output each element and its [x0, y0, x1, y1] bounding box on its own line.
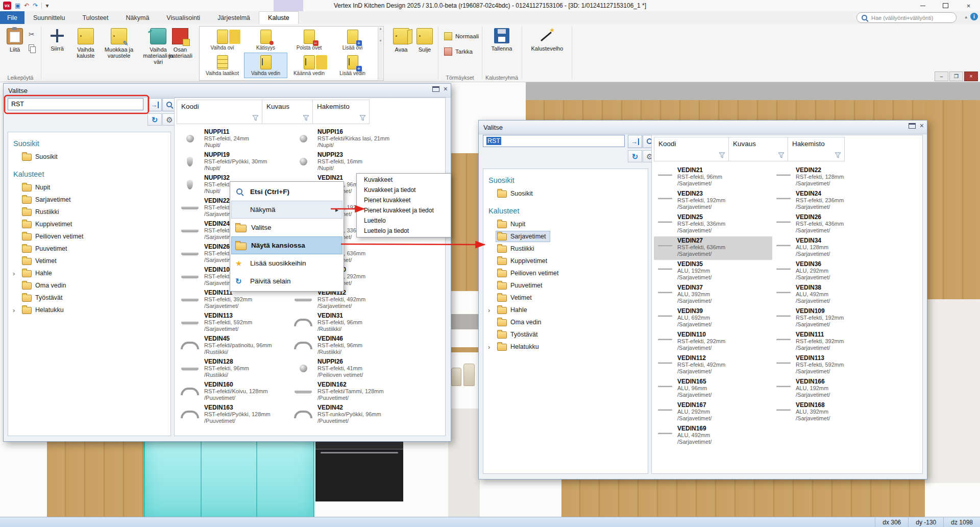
save-icon[interactable]: ▣ [15, 1, 20, 10]
folder-puuvetimet[interactable]: › Puuvetimet [8, 243, 170, 255]
help-icon[interactable]: i [970, 13, 978, 20]
catalog-item[interactable]: NUPPI11 RST-efekti, 24mm /Nupit/ [177, 128, 290, 151]
undo-icon[interactable]: ↶ [24, 1, 29, 10]
menu-valitse[interactable]: Valitse ▸ [231, 219, 342, 236]
gallery-vaihda-ovi[interactable]: Vaihda ovi [201, 27, 244, 53]
folder-oma-vedin[interactable]: › Oma vedin [8, 279, 170, 292]
catalog-item[interactable]: VEDIN163 RST-efekti/Pyökki, 128mm /Puuve… [177, 403, 290, 426]
dock-icon[interactable] [909, 123, 916, 129]
catalog-item[interactable]: NUPPI23 RST-efekti, 16mm /Nupit/ [290, 151, 403, 174]
folder-hahle[interactable]: › Hahle [8, 267, 170, 279]
open-doors-button[interactable]: Avaa [390, 28, 412, 53]
catalog-item[interactable]: VEDIN24 RST-efekti, 236mm /Sarjavetimet/ [772, 189, 891, 213]
expander-icon[interactable]: › [488, 343, 490, 351]
catalog-item[interactable]: VEDIN160 RST-efekti/Koivu, 128mm /Puuvet… [177, 380, 290, 403]
catalog-item[interactable]: VEDIN31 RST-efekti, 96mm /Rustiikki/ [290, 312, 403, 334]
edit-equip-button[interactable]: Muokkaa ja varustele [102, 28, 136, 59]
gallery-lisaa-vedin[interactable]: Lisää vedin [331, 53, 374, 78]
folder-rustiikki[interactable]: › Rustiikki [483, 243, 648, 255]
collapse-ribbon-icon[interactable]: ▴ [965, 14, 967, 19]
view-luettelo-ja-tiedot[interactable]: Luettelo ja tiedot [357, 226, 451, 236]
dock-icon[interactable] [432, 86, 439, 92]
minimize-button[interactable] [911, 0, 934, 11]
catalog-item[interactable]: VEDIN27 RST-efekti, 636mm /Sarjavetimet/ [654, 236, 772, 260]
catalog-item[interactable]: NUPPI26 RST-efekti, 41mm /Peilioven veti… [290, 357, 403, 380]
customize-toolbar-icon[interactable]: ▾ [45, 1, 48, 10]
expander-icon[interactable]: › [488, 306, 490, 314]
tab-suunnittelu[interactable]: Suunnittelu [24, 11, 74, 24]
close-button[interactable]: × [957, 0, 980, 11]
folder-helatukku[interactable]: › Helatukku [8, 304, 170, 316]
catalog-item[interactable]: VEDIN36 ALU, 292mm /Sarjavetimet/ [772, 260, 891, 283]
view-pienet-kuvakkeet-ja-tiedot[interactable]: Pienet kuvakkeet ja tiedot [357, 205, 451, 215]
tree-folder[interactable]: Suosikit [8, 151, 170, 163]
collision-normal-button[interactable]: Normaali [444, 32, 479, 40]
catalog-item[interactable]: VEDIN111 RST-efekti, 392mm /Sarjavetimet… [772, 330, 891, 354]
folder-tyostavat[interactable]: › Työstävät [8, 292, 170, 304]
view-kuvakkeet-ja-tiedot[interactable]: Kuvakkeet ja tiedot [357, 185, 451, 195]
maximize-button[interactable] [934, 0, 957, 11]
menu-etsi[interactable]: Etsi (Ctrl+F) ▸ [231, 183, 342, 201]
catalog-item[interactable]: VEDIN38 ALU, 492mm /Sarjavetimet/ [772, 283, 891, 307]
tab-kaluste[interactable]: Kaluste [259, 11, 299, 24]
mdi-minimize-button[interactable]: – [935, 71, 948, 81]
catalog-item[interactable]: VEDIN112 RST-efekti, 492mm /Sarjavetimet… [290, 289, 403, 312]
column-header-hakemisto[interactable]: Hakemisto [312, 100, 370, 124]
column-header-kuvaus[interactable]: Kuvaus [728, 137, 788, 161]
global-search-input[interactable]: Hae (välilyönti+välilyönti) [856, 12, 957, 23]
tab-visualisointi[interactable]: Visualisointi [158, 11, 209, 24]
folder-nupit[interactable]: › Nupit [483, 218, 648, 230]
refresh-button[interactable]: ↻ [628, 150, 642, 162]
gallery-vaihda-vedin[interactable]: Vaihda vedin [244, 53, 287, 78]
tree-folder[interactable]: Suosikit [483, 187, 648, 200]
catalog-item[interactable]: VEDIN39 ALU, 692mm /Sarjavetimet/ [654, 307, 772, 330]
catalog-item[interactable]: VEDIN110 RST-efekti, 292mm /Sarjavetimet… [654, 330, 772, 354]
gallery-kaanna-vedin[interactable]: Käännä vedin [287, 53, 331, 78]
tab-jarjestelma[interactable]: Järjestelmä [209, 11, 259, 24]
catalog-item[interactable]: VEDIN168 ALU, 392mm /Sarjavetimet/ [772, 401, 891, 424]
part-material-button[interactable]: Osan materiaali [164, 28, 196, 59]
menu-paivita-selain[interactable]: Päivitä selain ▸ [231, 272, 342, 290]
filter-icon[interactable] [303, 115, 309, 121]
column-header-koodi[interactable]: Koodi [177, 100, 262, 124]
catalog-item[interactable]: VEDIN165 ALU, 96mm /Sarjavetimet/ [654, 377, 772, 401]
catalog-item[interactable]: VEDIN37 ALU, 392mm /Sarjavetimet/ [654, 283, 772, 307]
tab-tulosteet[interactable]: Tulosteet [74, 11, 117, 24]
expander-icon[interactable]: › [13, 306, 15, 314]
cut-icon[interactable]: ✂ [29, 30, 35, 38]
catalog-item[interactable]: VEDIN113 RST-efekti, 592mm /Sarjavetimet… [772, 354, 891, 377]
column-header-hakemisto[interactable]: Hakemisto [788, 137, 845, 161]
gallery-lisaa-ovi[interactable]: Lisää ovi [331, 27, 374, 53]
gallery-poista-ovet[interactable]: Poista ovet [287, 27, 331, 53]
catalog-item[interactable]: VEDIN45 RST-efekti/patinoitu, 96mm /Rust… [177, 334, 290, 357]
gallery-scrollbar[interactable]: ▲▼ [378, 27, 383, 80]
dialog-close-icon[interactable]: × [920, 123, 924, 129]
menu-lisaa-suosikkeihin[interactable]: Lisää suosikkeihin ▸ [231, 254, 342, 272]
menu-nayta-kansiossa[interactable]: Näytä kansiossa ▸ [231, 236, 342, 254]
catalog-item[interactable]: VEDIN109 RST-efekti, 192mm /Sarjavetimet… [772, 307, 891, 330]
catalog-item[interactable]: VEDIN166 ALU, 192mm /Sarjavetimet/ [772, 377, 891, 401]
folder-sarjavetimet[interactable]: › Sarjavetimet [483, 230, 648, 243]
catalog-item[interactable]: VEDIN46 RST-efekti, 96mm /Rustiikki/ [290, 334, 403, 357]
catalog-item[interactable]: VEDIN128 RST-efekti, 96mm /Rustiikki/ [177, 357, 290, 380]
close-doors-button[interactable]: Sulje [414, 28, 435, 53]
catalog-item[interactable]: VEDIN111 RST-efekti, 392mm /Sarjavetimet… [177, 289, 290, 312]
catalog-item[interactable]: VEDIN112 RST-efekti, 492mm /Sarjavetimet… [654, 354, 772, 377]
folder-kuppivetimet[interactable]: › Kuppivetimet [8, 218, 170, 230]
catalog-item[interactable]: VEDIN35 ALU, 192mm /Sarjavetimet/ [654, 260, 772, 283]
go-search-button[interactable]: → [148, 98, 162, 111]
view-pienet-kuvakkeet[interactable]: Pienet kuvakkeet [357, 195, 451, 205]
catalog-item[interactable]: VEDIN26 RST-efekti, 436mm /Sarjavetimet/ [772, 213, 891, 236]
catalog-item[interactable]: VEDIN22 RST-efekti, 128mm /Sarjavetimet/ [772, 166, 891, 189]
gallery-katisyys[interactable]: Kätisyys [244, 27, 287, 53]
folder-puuvetimet[interactable]: › Puuvetimet [483, 279, 648, 292]
folder-peilioven-vetimet[interactable]: › Peilioven vetimet [483, 267, 648, 279]
gallery-vaihda-laatikot[interactable]: Vaihda laatikot [201, 53, 244, 78]
folder-nupit[interactable]: › Nupit [8, 181, 170, 194]
catalog-item[interactable]: NUPPI16 RST-efekti/Kirkas lasi, 21mm /Nu… [290, 128, 403, 151]
catalog-item[interactable]: VEDIN162 RST-efekti/Tammi, 128mm /Puuvet… [290, 380, 403, 403]
catalog-item[interactable]: VEDIN25 RST-efekti, 336mm /Sarjavetimet/ [654, 213, 772, 236]
folder-sarjavetimet[interactable]: › Sarjavetimet [8, 194, 170, 206]
view-luettelo[interactable]: Luettelo [357, 215, 451, 226]
filter-icon[interactable] [778, 152, 785, 158]
